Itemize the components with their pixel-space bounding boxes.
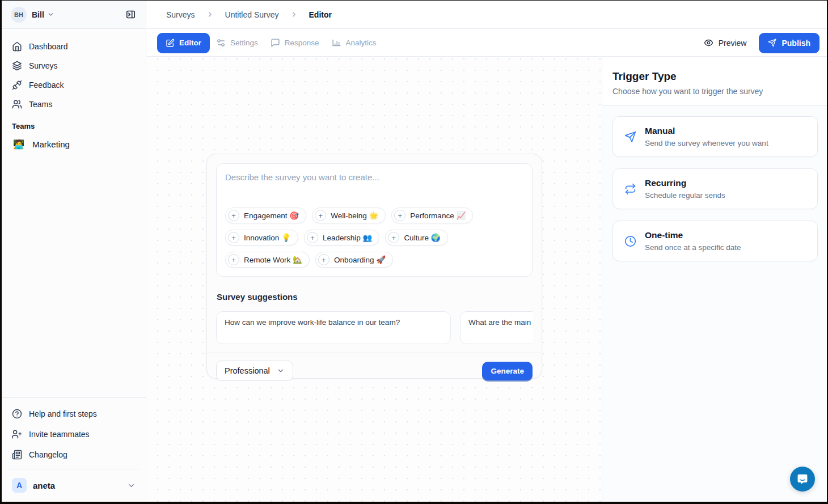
- prompt-card: + Engagement 🎯 + Well-being 🌟 + Performa…: [216, 163, 533, 277]
- send-icon: [768, 39, 776, 47]
- footer-item-label: Changelog: [29, 450, 67, 459]
- topic-chip-onboarding[interactable]: + Onboarding 🚀: [315, 252, 393, 268]
- sidebar-footer: Help and first steps Invite teammates Ch…: [2, 397, 146, 502]
- breadcrumb-surveys[interactable]: Surveys: [166, 10, 195, 19]
- tab-label: Analytics: [346, 39, 377, 47]
- sidebar-item-label: Teams: [29, 100, 52, 109]
- workspace-name: Bill: [32, 10, 44, 19]
- preview-button[interactable]: Preview: [699, 35, 751, 51]
- tab-settings[interactable]: Settings: [210, 33, 264, 53]
- option-title: One-time: [645, 230, 741, 240]
- account-menu[interactable]: A aneta: [7, 473, 140, 497]
- chart-column-icon: [332, 38, 341, 48]
- publish-label: Publish: [781, 39, 810, 48]
- account-name: aneta: [33, 481, 55, 490]
- sidebar-item-changelog[interactable]: Changelog: [7, 444, 140, 465]
- chevron-down-icon: [47, 11, 54, 18]
- chip-emoji: 🌟: [369, 211, 379, 220]
- publish-button[interactable]: Publish: [759, 33, 819, 53]
- workspace-avatar: BH: [11, 7, 27, 23]
- suggestion-card[interactable]: What are the main ob: [460, 311, 533, 344]
- chevron-down-icon: [277, 367, 285, 375]
- send-icon: [624, 131, 636, 143]
- sidebar-item-dashboard[interactable]: Dashboard: [7, 37, 140, 56]
- option-title: Manual: [645, 126, 768, 136]
- divider: [9, 469, 139, 469]
- chip-label: Innovation: [244, 234, 279, 242]
- plus-icon: +: [228, 254, 239, 265]
- topic-chip-well-being[interactable]: + Well-being 🌟: [312, 207, 386, 223]
- trigger-option-recurring[interactable]: Recurring Schedule regular sends: [612, 168, 818, 209]
- sidebar-nav: Dashboard Surveys Feedback Teams: [2, 29, 146, 114]
- topic-chip-engagement[interactable]: + Engagement 🎯: [225, 207, 306, 223]
- panel-subtitle: Choose how you want to trigger the surve…: [612, 87, 817, 96]
- panel-title: Trigger Type: [612, 70, 817, 83]
- workspace-switcher[interactable]: BH Bill: [2, 1, 146, 29]
- option-description: Send once at a specific date: [645, 243, 741, 252]
- plus-icon: +: [307, 232, 318, 243]
- chevron-right-icon: [206, 11, 214, 18]
- chip-emoji: 📈: [456, 211, 466, 220]
- preview-label: Preview: [719, 39, 747, 48]
- tone-value: Professional: [225, 366, 270, 375]
- repeat-icon: [624, 183, 636, 195]
- survey-description-input[interactable]: [225, 172, 523, 207]
- sidebar-item-marketing[interactable]: 🧑‍💻 Marketing: [2, 134, 146, 154]
- generate-button[interactable]: Generate: [482, 362, 533, 380]
- topic-chip-leadership[interactable]: + Leadership 👥: [304, 230, 379, 245]
- chip-label: Onboarding: [334, 256, 374, 264]
- option-title: Recurring: [645, 178, 725, 188]
- user-plus-icon: [12, 429, 22, 439]
- newspaper-icon: [12, 450, 22, 460]
- tab-label: Editor: [179, 39, 201, 47]
- tab-analytics[interactable]: Analytics: [326, 33, 383, 53]
- topic-chips: + Engagement 🎯 + Well-being 🌟 + Performa…: [225, 207, 523, 268]
- chip-label: Performance: [410, 211, 454, 220]
- tab-response[interactable]: Response: [264, 33, 326, 53]
- chip-label: Well-being: [331, 211, 367, 220]
- chip-emoji: 🌍: [431, 234, 441, 242]
- chevron-down-icon: [127, 481, 136, 490]
- sidebar-item-teams[interactable]: Teams: [7, 95, 140, 114]
- sidebar-item-surveys[interactable]: Surveys: [7, 56, 140, 75]
- chip-emoji: 👥: [363, 234, 373, 242]
- trigger-option-one-time[interactable]: One-time Send once at a specific date: [612, 221, 818, 261]
- breadcrumb: Surveys Untitled Survey Editor: [147, 1, 827, 29]
- plus-icon: +: [388, 232, 399, 243]
- chip-emoji: 💡: [281, 234, 291, 242]
- plus-icon: +: [394, 210, 405, 221]
- chat-launcher-button[interactable]: [790, 467, 815, 492]
- panel-toggle-icon[interactable]: [122, 6, 139, 23]
- topic-chip-culture[interactable]: + Culture 🌍: [385, 230, 447, 245]
- tone-select[interactable]: Professional: [216, 361, 293, 381]
- breadcrumb-editor: Editor: [309, 10, 332, 19]
- tab-label: Settings: [230, 39, 258, 47]
- sidebar-item-feedback[interactable]: Feedback: [7, 75, 140, 95]
- sidebar-item-invite[interactable]: Invite teammates: [7, 424, 140, 444]
- plus-icon: +: [315, 210, 326, 221]
- tab-label: Response: [285, 39, 319, 47]
- chip-label: Culture: [404, 234, 429, 242]
- topic-chip-performance[interactable]: + Performance 📈: [391, 207, 473, 223]
- footer-item-label: Help and first steps: [29, 409, 97, 418]
- editor-toolbar: Editor Settings Response Analytics Previ…: [147, 29, 827, 57]
- account-avatar: A: [12, 478, 27, 493]
- plus-icon: +: [228, 232, 239, 243]
- breadcrumb-untitled-survey[interactable]: Untitled Survey: [225, 10, 279, 19]
- composer-footer: Professional Generate: [207, 353, 542, 381]
- sidebar: BH Bill Dashboard Surveys Feedback: [2, 1, 146, 502]
- option-description: Schedule regular sends: [645, 191, 725, 200]
- trigger-panel-header: Trigger Type Choose how you want to trig…: [602, 57, 827, 106]
- pencil-square-icon: [166, 39, 175, 48]
- chip-emoji: 🎯: [289, 211, 299, 220]
- topic-chip-innovation[interactable]: + Innovation 💡: [225, 230, 298, 245]
- tab-editor[interactable]: Editor: [157, 33, 210, 53]
- sidebar-item-help[interactable]: Help and first steps: [7, 404, 140, 424]
- home-icon: [12, 41, 22, 52]
- team-label: Marketing: [32, 139, 70, 149]
- topic-chip-remote-work[interactable]: + Remote Work 🏡: [225, 252, 310, 268]
- suggestion-card[interactable]: How can we improve work-life balance in …: [216, 311, 451, 344]
- team-emoji: 🧑‍💻: [13, 139, 24, 150]
- chip-emoji: 🚀: [376, 256, 386, 264]
- trigger-option-manual[interactable]: Manual Send the survey whenever you want: [612, 116, 818, 157]
